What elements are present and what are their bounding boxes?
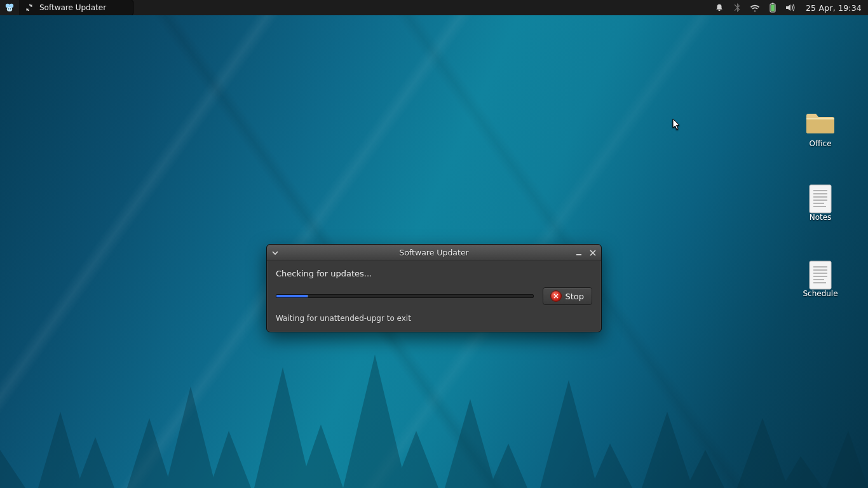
update-detail-text: Waiting for unattended-upgr to exit [276,314,592,323]
minimize-icon [576,250,582,256]
software-updater-window: Software Updater Checking for updates... [266,244,602,332]
chevron-down-icon [271,249,279,257]
text-file-icon [805,184,836,210]
battery-icon[interactable] [768,3,778,13]
taskbar: Software Updater [19,0,133,15]
top-panel: Software Updater 25 Apr, 19:34 [0,0,868,15]
window-menu-button[interactable] [271,248,280,257]
window-titlebar[interactable]: Software Updater [267,245,601,261]
svg-rect-8 [806,118,834,119]
svg-rect-23 [576,254,581,255]
desktop-icon-label: Notes [810,214,832,222]
stop-button-label: Stop [565,292,584,301]
update-progressbar [276,294,534,298]
panel-clock[interactable]: 25 Apr, 19:34 [803,3,862,13]
svg-rect-6 [771,3,773,4]
svg-rect-9 [810,185,831,213]
refresh-icon [24,3,34,13]
whisker-menu-button[interactable] [0,0,19,15]
window-close-button[interactable] [588,248,597,257]
desktop-icon-schedule[interactable]: Schedule [792,261,849,298]
svg-rect-7 [771,4,775,11]
close-icon [590,250,596,256]
volume-icon[interactable] [785,3,796,13]
desktop[interactable]: Office Notes [0,15,868,488]
xfce-mouse-icon [4,3,15,13]
taskbar-item-software-updater[interactable]: Software Updater [19,0,133,15]
bluetooth-icon[interactable] [732,3,742,13]
window-title: Software Updater [296,248,572,257]
svg-rect-16 [810,261,831,289]
svg-point-2 [7,7,12,11]
wifi-icon[interactable] [750,3,760,13]
svg-point-3 [8,8,10,10]
stop-button[interactable]: Stop [543,287,592,305]
folder-icon [805,111,836,136]
taskbar-item-label: Software Updater [39,3,106,12]
text-file-icon [805,261,836,286]
stop-circle-icon [551,291,561,301]
system-tray: 25 Apr, 19:34 [708,0,868,15]
desktop-icon-notes[interactable]: Notes [792,184,849,222]
notifications-icon[interactable] [714,3,724,13]
desktop-icon-office[interactable]: Office [792,111,849,148]
update-status-text: Checking for updates... [276,269,592,278]
update-progressbar-fill [276,295,308,297]
desktop-icon-label: Office [809,140,831,148]
svg-point-4 [10,8,11,10]
desktop-icon-label: Schedule [803,290,837,298]
window-minimize-button[interactable] [574,248,583,257]
